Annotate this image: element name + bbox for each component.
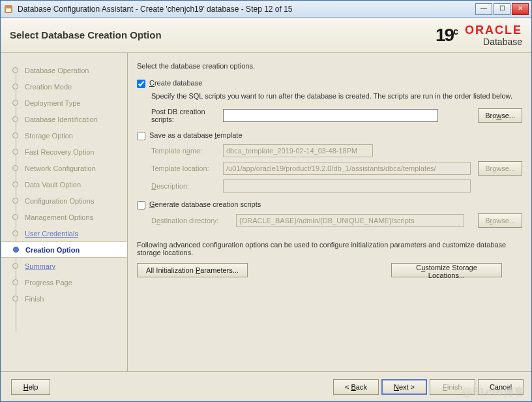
- step-label: User Credentials: [25, 230, 78, 238]
- step-deployment-type: Deployment Type: [12, 95, 122, 111]
- save-template-checkbox[interactable]: [137, 132, 145, 140]
- create-db-desc: Specify the SQL scripts you want to run …: [151, 92, 522, 100]
- advanced-text: Following advanced configuration options…: [137, 241, 522, 256]
- step-user-credentials[interactable]: User Credentials: [12, 225, 122, 241]
- step-label: Finish: [25, 295, 44, 303]
- step-fast-recovery-option: Fast Recovery Option: [12, 144, 122, 160]
- back-button[interactable]: < Back: [333, 379, 379, 395]
- footer: Help < Back Next > Finish Cancel: [1, 371, 531, 401]
- generate-scripts-label: Generate database creation scripts: [149, 200, 261, 208]
- app-window: Database Configuration Assistant - Creat…: [0, 0, 532, 402]
- step-label: Deployment Type: [25, 99, 80, 107]
- create-database-label: Create database: [149, 79, 202, 87]
- svg-rect-1: [6, 8, 11, 12]
- step-network-configuration: Network Configuration: [12, 160, 122, 176]
- database-label: Database: [483, 37, 522, 46]
- step-data-vault-option: Data Vault Option: [12, 176, 122, 193]
- body: Database OperationCreation ModeDeploymen…: [1, 53, 531, 371]
- page-title: Select Database Creation Option: [10, 29, 162, 40]
- dest-dir-label: Destination directory:: [151, 217, 236, 224]
- next-button[interactable]: Next >: [381, 379, 427, 395]
- browse-post-scripts-button[interactable]: Browse...: [478, 108, 522, 123]
- dest-dir-input: [236, 214, 464, 227]
- step-label: Database Operation: [25, 67, 89, 74]
- post-scripts-label: Post DB creation scripts:: [151, 108, 223, 123]
- description-label: Description:: [151, 182, 223, 190]
- help-button[interactable]: Help: [11, 379, 50, 395]
- step-database-identification: Database Identification: [12, 111, 122, 127]
- template-name-input: [223, 144, 373, 157]
- lead-text: Select the database creation options.: [137, 62, 522, 70]
- save-template-label: Save as a database template: [149, 131, 243, 139]
- step-label: Progress Page: [25, 279, 72, 286]
- generate-scripts-checkbox[interactable]: [137, 201, 145, 209]
- browse-template-loc-button: Browse...: [478, 161, 522, 176]
- template-name-label: Template name:: [151, 147, 223, 155]
- browse-dest-dir-button: Browse...: [478, 213, 522, 228]
- watermark: @51cto博客: [462, 386, 525, 399]
- header: Select Database Creation Option 19c ORAC…: [1, 18, 531, 53]
- titlebar: Database Configuration Assistant - Creat…: [1, 1, 531, 18]
- description-input: [223, 179, 471, 193]
- step-label: Management Options: [25, 213, 93, 221]
- all-init-params-button[interactable]: All Initialization Parameters...: [137, 263, 248, 277]
- step-label: Database Identification: [25, 116, 98, 123]
- step-label: Network Configuration: [25, 164, 96, 172]
- step-management-options: Management Options: [12, 209, 122, 225]
- template-loc-input: [223, 162, 471, 175]
- close-button[interactable]: ✕: [512, 3, 529, 15]
- step-label: Creation Option: [25, 246, 80, 254]
- window-title: Database Configuration Assistant - Creat…: [18, 5, 475, 14]
- content: Select the database creation options. Cr…: [128, 53, 531, 371]
- create-database-checkbox[interactable]: [137, 80, 145, 88]
- step-label: Configuration Options: [25, 197, 94, 205]
- step-summary[interactable]: Summary: [12, 258, 122, 274]
- brand: 19c ORACLE Database: [436, 24, 522, 46]
- app-icon: [3, 4, 14, 14]
- step-configuration-options: Configuration Options: [12, 193, 122, 209]
- post-scripts-input[interactable]: [223, 109, 438, 122]
- step-label: Storage Option: [25, 132, 73, 140]
- customize-storage-button[interactable]: Customize Storage Locations...: [391, 263, 502, 277]
- template-loc-label: Template location:: [151, 164, 223, 172]
- step-storage-option: Storage Option: [12, 127, 122, 144]
- step-finish: Finish: [12, 290, 122, 307]
- step-progress-page: Progress Page: [12, 274, 122, 290]
- step-database-operation: Database Operation: [12, 62, 122, 78]
- maximize-button[interactable]: ☐: [494, 3, 510, 15]
- oracle-logo: ORACLE: [465, 24, 522, 36]
- step-label: Fast Recovery Option: [25, 148, 94, 156]
- step-label: Creation Mode: [25, 83, 72, 91]
- sidebar: Database OperationCreation ModeDeploymen…: [1, 53, 128, 371]
- version: 19c: [436, 25, 457, 46]
- step-label: Data Vault Option: [25, 181, 81, 189]
- step-label: Summary: [25, 262, 55, 270]
- step-creation-mode: Creation Mode: [12, 78, 122, 95]
- minimize-button[interactable]: —: [475, 3, 492, 15]
- window-controls: — ☐ ✕: [475, 3, 529, 15]
- step-creation-option[interactable]: Creation Option: [1, 241, 127, 258]
